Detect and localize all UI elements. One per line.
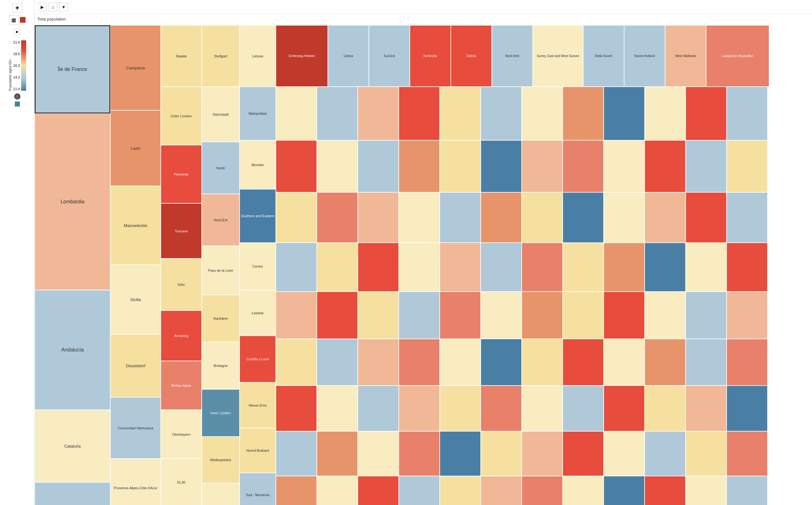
cell-r10c1[interactable]: [276, 476, 317, 505]
cell-r8c12[interactable]: [727, 385, 768, 431]
cell-r3c10[interactable]: [645, 140, 685, 192]
cell-sicilia[interactable]: Sicilia: [110, 265, 161, 334]
cell-r2c11[interactable]: [685, 87, 727, 140]
cell-r6c12[interactable]: [727, 292, 768, 339]
cell-malopolskie[interactable]: Malopolskie: [240, 87, 276, 140]
cell-r9c9[interactable]: [604, 431, 645, 476]
cell-piemonte[interactable]: Piemonte: [161, 145, 202, 203]
cell-r4c8[interactable]: [563, 192, 604, 243]
cell-r4c2[interactable]: [317, 192, 358, 243]
cell-r2c12[interactable]: [727, 87, 768, 140]
cell-r3c7[interactable]: [522, 140, 563, 192]
cell-lisboa[interactable]: Lisboa: [328, 25, 369, 87]
cell-r9c5[interactable]: [440, 431, 481, 476]
cell-lietuva[interactable]: Lietuva: [240, 25, 276, 87]
cell-r2c9[interactable]: [604, 87, 645, 140]
cell-r8c4[interactable]: [399, 385, 440, 431]
cell-galicia[interactable]: Galicia: [451, 25, 492, 87]
cell-r10c2[interactable]: [317, 476, 358, 505]
cell-lodz[interactable]: Łódzkie: [240, 290, 276, 336]
cell-r9c4[interactable]: [399, 431, 440, 476]
cell-r5c7[interactable]: [522, 243, 563, 292]
cell-r7c12[interactable]: [727, 339, 768, 385]
cell-r5c4[interactable]: [399, 243, 440, 292]
cell-r9c8[interactable]: [563, 431, 604, 476]
cell-r7c1[interactable]: [276, 339, 317, 385]
cell-mazowieckie[interactable]: Mazowieckie: [110, 186, 161, 265]
cell-r8c3[interactable]: [358, 385, 399, 431]
plus-button[interactable]: ✚: [13, 3, 22, 13]
cell-comunidad-valenciana[interactable]: Comunidad Valenciana: [110, 397, 161, 459]
cell-r6c2[interactable]: [317, 292, 358, 339]
cell-r7c7[interactable]: [522, 339, 563, 385]
cell-r8c11[interactable]: [685, 385, 727, 431]
cell-r4c9[interactable]: [604, 192, 645, 243]
cell-r5c3[interactable]: [358, 243, 399, 292]
cell-toscana[interactable]: Toscana: [161, 203, 202, 259]
cell-r7c4[interactable]: [399, 339, 440, 385]
cell-r7c6[interactable]: [481, 339, 522, 385]
cell-r4c5[interactable]: [440, 192, 481, 243]
cell-r7c5[interactable]: [440, 339, 481, 385]
legend-toggle-button[interactable]: ▦: [9, 15, 19, 25]
cell-r3c12[interactable]: [727, 140, 768, 192]
cell-r8c2[interactable]: [317, 385, 358, 431]
cell-r5c2[interactable]: [317, 243, 358, 292]
cell-r8c9[interactable]: [604, 385, 645, 431]
cell-r2c10[interactable]: [645, 87, 685, 140]
cell-r3c8[interactable]: [563, 140, 604, 192]
cell-zuid-holland[interactable]: Wielkopolskie: [202, 437, 240, 483]
cell-oberbayern[interactable]: Oberbayern: [161, 410, 202, 459]
cell-stuttgart[interactable]: Stuttgart: [202, 25, 240, 87]
cell-r10c10[interactable]: [645, 476, 685, 505]
cell-campania[interactable]: Campania: [110, 25, 161, 110]
cell-r7c2[interactable]: [317, 339, 358, 385]
cell-r7c8[interactable]: [563, 339, 604, 385]
cell-r5c12[interactable]: [727, 243, 768, 292]
cell-r8c7[interactable]: [522, 385, 563, 431]
cell-r5c6[interactable]: [481, 243, 522, 292]
cell-west-midlands[interactable]: West Midlands: [665, 25, 706, 87]
cell-southern-eastern[interactable]: Southern and Eastern: [240, 189, 276, 243]
cell-r4c4[interactable]: [399, 192, 440, 243]
cell-berlin[interactable]: Berlin: [202, 483, 240, 505]
back-button[interactable]: ▶: [38, 3, 47, 11]
cell-schleswig-holstein[interactable]: Schleswig-Holstein: [276, 25, 328, 87]
cell-munster[interactable]: Münster: [240, 140, 276, 189]
cell-noord-brabant[interactable]: Noord-Brabant: [240, 428, 276, 473]
cell-cataluna[interactable]: Cataluña: [35, 410, 110, 482]
cell-slaskie[interactable]: Outer London: [161, 87, 202, 145]
cell-r3c1[interactable]: [276, 140, 317, 192]
cell-r9c2[interactable]: [317, 431, 358, 476]
dropdown-button[interactable]: ▼: [59, 3, 68, 11]
cell-r7c9[interactable]: [604, 339, 645, 385]
cell-r6c6[interactable]: [481, 292, 522, 339]
cell-sud-est[interactable]: Sud-Est: [369, 25, 410, 87]
cell-weser-ems[interactable]: Weser-Ems: [240, 382, 276, 428]
cell-sud-muntenia[interactable]: Sud - Muntenia: [240, 473, 276, 505]
cell-r9c11[interactable]: [685, 431, 727, 476]
cell-darmstadt[interactable]: Darmstadt: [202, 87, 240, 142]
cell-r4c12[interactable]: [727, 192, 768, 243]
cell-outer-london[interactable]: Slaskie: [161, 25, 202, 87]
cell-r9c7[interactable]: [522, 431, 563, 476]
cell-koln[interactable]: Köln: [161, 259, 202, 311]
cell-r6c9[interactable]: [604, 292, 645, 339]
cell-r6c8[interactable]: [563, 292, 604, 339]
cell-r3c2[interactable]: [317, 140, 358, 192]
cell-r9c6[interactable]: [481, 431, 522, 476]
cell-r2c1[interactable]: [276, 87, 317, 140]
cell-r6c1[interactable]: [276, 292, 317, 339]
cell-pays-de-la-loire[interactable]: Pays de la Loire: [202, 246, 240, 295]
cell-r10c9[interactable]: [604, 476, 645, 505]
cell-r7c3[interactable]: [358, 339, 399, 385]
cell-r4c3[interactable]: [358, 192, 399, 243]
cell-r8c1[interactable]: [276, 385, 317, 431]
cell-r5c9[interactable]: [604, 243, 645, 292]
cell-r3c9[interactable]: [604, 140, 645, 192]
cell-r5c1[interactable]: [276, 243, 317, 292]
cell-centre[interactable]: Centre: [240, 243, 276, 290]
cell-lazio[interactable]: Lazio: [110, 110, 161, 186]
cell-etela-suomi[interactable]: Etelä-Suomi: [583, 25, 624, 87]
cell-r3c6[interactable]: [481, 140, 522, 192]
